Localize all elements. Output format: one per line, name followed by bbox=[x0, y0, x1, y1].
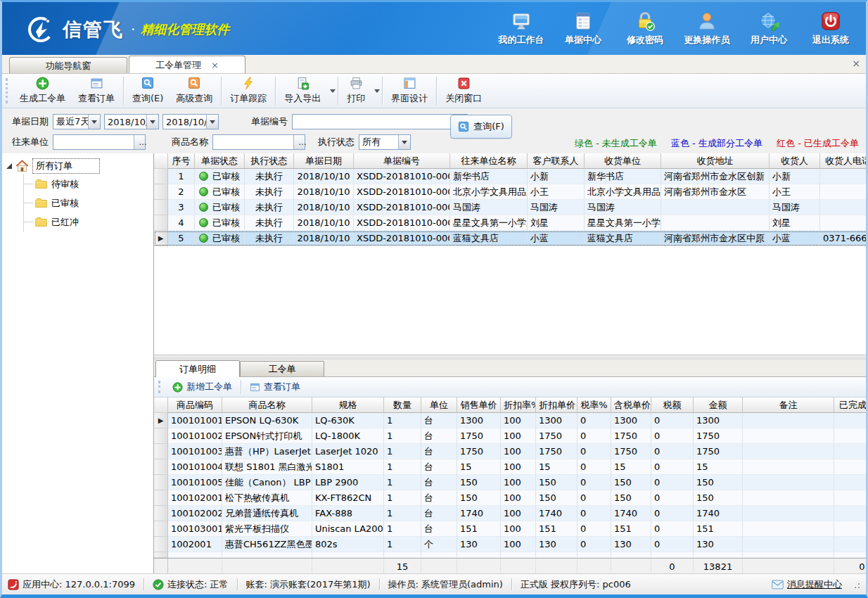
column-header[interactable]: 单位 bbox=[421, 397, 457, 413]
print-button[interactable]: 打印 bbox=[340, 75, 371, 107]
column-header[interactable]: 税额 bbox=[651, 397, 694, 413]
column-header[interactable]: 税率% bbox=[577, 397, 611, 413]
message-center-link[interactable]: 消息提醒中心 bbox=[772, 578, 842, 591]
table-row[interactable]: 1002001惠普CH561ZZ黑色墨盒802s1个13010013001300… bbox=[154, 537, 866, 552]
add-workorder-button[interactable]: 新增工令单 bbox=[167, 379, 238, 395]
table-row[interactable]: 100102001松下热敏传真机KX-FT862CN1台150100150015… bbox=[154, 490, 866, 506]
row-selector[interactable] bbox=[154, 169, 168, 184]
message-center-text[interactable]: 消息提醒中心 bbox=[787, 578, 842, 591]
row-selector[interactable] bbox=[154, 444, 168, 459]
table-row[interactable]: ▶100101001EPSON LQ-630KLQ-630K1台13001001… bbox=[154, 413, 866, 428]
table-row[interactable]: 2已审核未执行2018/10/10XSDD-20181010-0004北京小学文… bbox=[154, 184, 866, 200]
table-row[interactable]: 100103001紫光平板扫描仪Uniscan LA20001台15110015… bbox=[154, 521, 866, 537]
import-export-dropdown-icon[interactable] bbox=[330, 89, 336, 93]
date-from-combo[interactable]: 2018/10/3 bbox=[104, 114, 159, 129]
column-header[interactable]: 商品名称 bbox=[222, 397, 312, 413]
table-row[interactable]: 100101005佳能（Canon） LBPLBP 29001台15010015… bbox=[154, 475, 866, 490]
row-selector[interactable] bbox=[154, 506, 168, 521]
generate-workorder-button[interactable]: 生成工令单 bbox=[13, 75, 72, 107]
date-to-combo[interactable]: 2018/10/10 bbox=[162, 114, 219, 129]
tree-node-audited[interactable]: 已审核 bbox=[24, 193, 151, 212]
close-window-button[interactable]: 关闭窗口 bbox=[439, 75, 488, 107]
tree-node-all-orders[interactable]: 所有订单 bbox=[5, 158, 151, 174]
column-header[interactable]: 收货人电话 bbox=[820, 153, 866, 169]
row-selector[interactable]: ▶ bbox=[154, 231, 168, 246]
table-row[interactable]: 4已审核未执行2018/10/10XSDD-20181010-0002星星文具第… bbox=[154, 215, 866, 231]
column-header[interactable]: 单据日期 bbox=[294, 153, 354, 169]
column-header[interactable]: 备注 bbox=[743, 397, 834, 413]
row-selector[interactable] bbox=[154, 521, 168, 537]
row-selector[interactable] bbox=[154, 490, 168, 506]
row-selector[interactable] bbox=[154, 200, 168, 215]
column-header[interactable]: 折扣单价 bbox=[536, 397, 577, 413]
row-selector[interactable] bbox=[154, 215, 168, 231]
table-row[interactable]: ▶5已审核未执行2018/10/10XSDD-20181010-0001蓝猫文具… bbox=[154, 231, 866, 246]
tree-expander-icon[interactable] bbox=[6, 163, 12, 169]
column-header[interactable]: 金额 bbox=[694, 397, 743, 413]
column-header[interactable]: 执行状态 bbox=[245, 153, 294, 169]
column-header[interactable]: 单据编号 bbox=[354, 153, 450, 169]
tree-node-pending-audit[interactable]: 待审核 bbox=[24, 174, 151, 193]
row-selector[interactable] bbox=[154, 428, 168, 444]
column-header[interactable]: 客户联系人 bbox=[528, 153, 585, 169]
product-input[interactable] bbox=[212, 134, 305, 150]
column-header[interactable]: 折扣率% bbox=[501, 397, 536, 413]
tab-function-nav[interactable]: 功能导航窗 bbox=[9, 57, 127, 73]
tabbar-close-icon[interactable]: × bbox=[852, 58, 860, 69]
horizontal-splitter[interactable] bbox=[154, 355, 866, 360]
tab-close-icon[interactable]: × bbox=[211, 60, 219, 70]
change-password-button[interactable]: 修改密码 bbox=[614, 9, 676, 48]
exit-system-button[interactable]: 退出系统 bbox=[800, 9, 862, 48]
tab-order-detail[interactable]: 订单明细 bbox=[155, 360, 240, 377]
print-dropdown-icon[interactable] bbox=[374, 89, 380, 93]
product-ellipsis-button[interactable]: … bbox=[293, 135, 305, 149]
row-selector[interactable] bbox=[154, 537, 168, 552]
row-selector[interactable] bbox=[154, 184, 168, 200]
document-center-button[interactable]: 单据中心 bbox=[552, 9, 614, 48]
table-row[interactable]: 100101004联想 S1801 黑白激光S18011台15100150150… bbox=[154, 459, 866, 475]
query-button[interactable]: 查询(E) bbox=[126, 75, 170, 107]
column-header[interactable]: 含税单价 bbox=[611, 397, 651, 413]
column-header[interactable]: 数量 bbox=[384, 397, 421, 413]
chevron-down-icon[interactable] bbox=[398, 135, 410, 149]
table-row[interactable]: 100101003惠普（HP）LaserJetLaserJet 10201台17… bbox=[154, 444, 866, 459]
column-header[interactable]: 已完成数量 bbox=[834, 397, 866, 413]
row-selector[interactable] bbox=[154, 459, 168, 475]
resize-grip[interactable] bbox=[852, 580, 860, 589]
column-header[interactable]: 收货地址 bbox=[661, 153, 770, 169]
query-f-button[interactable]: 查询(F) bbox=[450, 115, 512, 139]
doc-no-input[interactable] bbox=[292, 114, 468, 129]
column-header[interactable]: 商品编码 bbox=[168, 397, 222, 413]
column-header[interactable]: 往来单位名称 bbox=[450, 153, 528, 169]
partner-input[interactable] bbox=[53, 134, 146, 150]
column-header[interactable]: 销售单价 bbox=[457, 397, 501, 413]
column-header[interactable]: 收货单位 bbox=[585, 153, 661, 169]
workbench-button[interactable]: 我的工作台 bbox=[490, 9, 552, 48]
exec-status-combo[interactable]: 所有 bbox=[359, 134, 411, 150]
order-tracking-button[interactable]: 订单跟踪 bbox=[224, 75, 273, 107]
tab-workorder-management[interactable]: 工令单管理× bbox=[129, 56, 245, 73]
table-row[interactable]: 100102002兄弟普通纸传真机FAX-8881台17401001740017… bbox=[154, 506, 866, 521]
table-row[interactable]: 3已审核未执行2018/10/10XSDD-20181010-0003马国涛马国… bbox=[154, 200, 866, 215]
table-row[interactable]: 1已审核未执行2018/10/10XSDD-20181010-0005新华书店小… bbox=[154, 169, 866, 184]
column-header[interactable]: 单据状态 bbox=[195, 153, 245, 169]
row-selector[interactable] bbox=[154, 475, 168, 490]
chevron-down-icon[interactable] bbox=[206, 115, 218, 129]
user-center-button[interactable]: 用户中心 bbox=[738, 9, 800, 48]
column-header[interactable]: 收货人 bbox=[770, 153, 820, 169]
view-order-detail-button[interactable]: 查看订单 bbox=[244, 379, 306, 395]
table-row[interactable]: 100101002EPSON针式打印机LQ-1800K1台17501001750… bbox=[154, 428, 866, 444]
date-preset-combo[interactable]: 最近7天 bbox=[53, 114, 101, 129]
chevron-down-icon[interactable] bbox=[88, 115, 100, 129]
column-header[interactable]: 序号 bbox=[168, 153, 195, 169]
tab-workorder[interactable]: 工令单 bbox=[240, 361, 324, 376]
chevron-down-icon[interactable] bbox=[146, 115, 158, 129]
column-header[interactable]: 规格 bbox=[312, 397, 384, 413]
row-selector[interactable]: ▶ bbox=[154, 413, 168, 428]
tree-node-reversed[interactable]: 已红冲 bbox=[24, 212, 151, 231]
import-export-button[interactable]: 导入导出 bbox=[278, 75, 327, 107]
partner-ellipsis-button[interactable]: … bbox=[134, 135, 145, 149]
ui-design-button[interactable]: 界面设计 bbox=[385, 75, 434, 107]
view-order-button[interactable]: 查看订单 bbox=[72, 75, 121, 107]
advanced-query-button[interactable]: 高级查询 bbox=[170, 75, 219, 107]
